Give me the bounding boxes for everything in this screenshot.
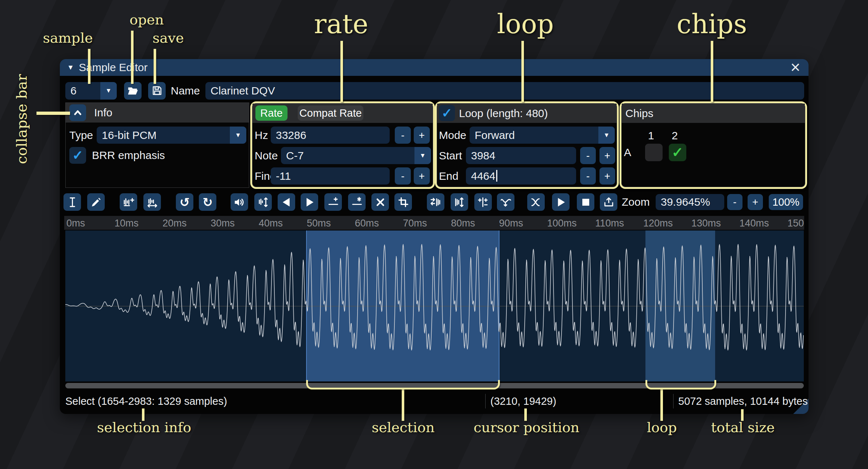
- window-titlebar[interactable]: ▼ Sample Editor ×: [60, 59, 809, 76]
- brr-emphasis-checkbox[interactable]: ✓: [69, 147, 86, 164]
- apply-silence-button[interactable]: [348, 193, 366, 211]
- annotation-selection: selection: [372, 419, 435, 435]
- plus-icon: +: [604, 150, 610, 161]
- sample-number-value: 6: [70, 82, 77, 100]
- minus-icon: -: [733, 196, 736, 208]
- hz-input[interactable]: 33286: [271, 127, 390, 144]
- hz-minus-button[interactable]: -: [395, 127, 411, 144]
- annotation-line-sample: [88, 49, 90, 84]
- sample-type-select[interactable]: 16-bit PCM ▼: [97, 127, 246, 144]
- zoom-reset-button[interactable]: 100%: [769, 194, 803, 210]
- waveform-canvas: [65, 230, 804, 381]
- insert-silence-button[interactable]: [324, 193, 342, 211]
- name-label: Name: [171, 82, 200, 100]
- stop-icon: [580, 196, 592, 208]
- reverse-icon: [430, 196, 442, 208]
- brr-emphasis-label: BRR emphasis: [92, 147, 165, 164]
- trim-button[interactable]: [394, 193, 412, 211]
- invert-button[interactable]: [451, 193, 468, 211]
- ruler-label: 10ms: [115, 216, 139, 230]
- annotation-bracket-loop: [645, 380, 716, 389]
- check-icon: ✓: [72, 148, 83, 163]
- amplify-button[interactable]: [231, 193, 248, 211]
- annotation-line-loop: [521, 41, 524, 102]
- resample-icon: [146, 196, 158, 208]
- sample-type-value: 16-bit PCM: [102, 127, 157, 144]
- waveform-display[interactable]: [65, 230, 804, 381]
- rate-tab-label: Rate: [260, 107, 282, 119]
- loop-start-input[interactable]: 3984: [466, 147, 576, 164]
- open-folder-icon: [127, 85, 139, 97]
- fine-plus-button[interactable]: +: [414, 167, 430, 185]
- loop-mode-select[interactable]: Forward ▼: [470, 127, 615, 144]
- undo-button[interactable]: ↺: [176, 193, 193, 211]
- fade-out-button[interactable]: [301, 193, 318, 211]
- chevron-down-icon[interactable]: ▼: [414, 147, 431, 164]
- loop-panel-title: Loop (length: 480): [459, 104, 548, 123]
- fine-minus-button[interactable]: -: [395, 167, 411, 185]
- chip-1-checkbox[interactable]: [645, 144, 663, 161]
- hz-plus-button[interactable]: +: [414, 127, 430, 144]
- play-button[interactable]: [552, 193, 570, 211]
- crossfade-button[interactable]: [527, 193, 545, 211]
- open-sample-button[interactable]: [124, 82, 142, 100]
- chevron-down-icon[interactable]: ▼: [100, 82, 117, 100]
- annotation-sample: sample: [43, 30, 93, 46]
- save-sample-button[interactable]: [148, 82, 166, 100]
- stop-button[interactable]: [577, 193, 594, 211]
- plus-icon: +: [419, 170, 425, 182]
- resize-button[interactable]: [120, 193, 137, 211]
- fine-input[interactable]: -11: [271, 167, 390, 185]
- close-icon[interactable]: ×: [787, 58, 803, 76]
- loop-start-value: 3984: [471, 147, 495, 164]
- ibeam-cursor-icon: [66, 196, 78, 208]
- loop-end-minus-button[interactable]: -: [580, 167, 596, 185]
- signed-unsigned-button[interactable]: [474, 193, 492, 211]
- plus-icon: +: [604, 170, 610, 182]
- collapse-info-button[interactable]: [69, 104, 86, 121]
- save-floppy-icon: [151, 85, 163, 96]
- ruler-label: 40ms: [259, 216, 283, 230]
- annotation-line-cursor-position: [524, 408, 527, 421]
- loop-end-plus-button[interactable]: +: [599, 167, 615, 185]
- normalize-button[interactable]: [254, 193, 272, 211]
- redo-button[interactable]: ↻: [199, 193, 216, 211]
- loop-start-plus-button[interactable]: +: [599, 147, 615, 164]
- info-panel-title: Info: [94, 103, 112, 123]
- chevron-down-icon[interactable]: ▼: [598, 127, 615, 144]
- compat-rate-tab[interactable]: Compat Rate: [298, 105, 363, 121]
- filter-button[interactable]: [497, 193, 514, 211]
- insert-silence-icon: [327, 196, 339, 208]
- ruler-label: 60ms: [355, 216, 379, 230]
- import-button[interactable]: [600, 193, 617, 211]
- annotation-collapse-bar: collapse bar: [13, 67, 30, 164]
- sample-number-select[interactable]: 6 ▼: [65, 82, 117, 100]
- annotation-total-size: total size: [711, 419, 775, 435]
- crop-icon: [397, 196, 409, 208]
- loop-start-minus-button[interactable]: -: [580, 147, 596, 164]
- chip-2-checkbox[interactable]: ✓: [669, 144, 686, 161]
- loop-enable-checkbox[interactable]: ✓: [439, 105, 455, 121]
- reverse-button[interactable]: [427, 193, 444, 211]
- ruler-label: 120ms: [643, 216, 673, 230]
- draw-tool-button[interactable]: [87, 193, 105, 211]
- fade-in-button[interactable]: [278, 193, 295, 211]
- loop-end-input[interactable]: 4464: [466, 167, 576, 185]
- select-tool-button[interactable]: [63, 193, 81, 211]
- note-select[interactable]: C-7 ▼: [281, 147, 431, 164]
- chevron-down-icon[interactable]: ▼: [230, 127, 246, 144]
- rate-tab[interactable]: Rate: [255, 105, 288, 121]
- collapse-window-icon[interactable]: ▼: [67, 59, 74, 76]
- fade-out-icon: [304, 196, 316, 208]
- zoom-in-button[interactable]: +: [748, 194, 763, 210]
- minus-icon: -: [586, 170, 590, 182]
- sample-name-input[interactable]: Clarinet DQV: [205, 82, 804, 100]
- delete-button[interactable]: [371, 193, 389, 211]
- ruler-label: 0ms: [66, 216, 85, 230]
- sample-name-value: Clarinet DQV: [211, 82, 275, 100]
- zoom-out-button[interactable]: -: [727, 194, 742, 210]
- loop-start-label: Start: [439, 147, 462, 164]
- zoom-input[interactable]: 39.9645%: [656, 194, 724, 210]
- chips-panel-title: Chips: [625, 104, 653, 123]
- resample-button[interactable]: [143, 193, 161, 211]
